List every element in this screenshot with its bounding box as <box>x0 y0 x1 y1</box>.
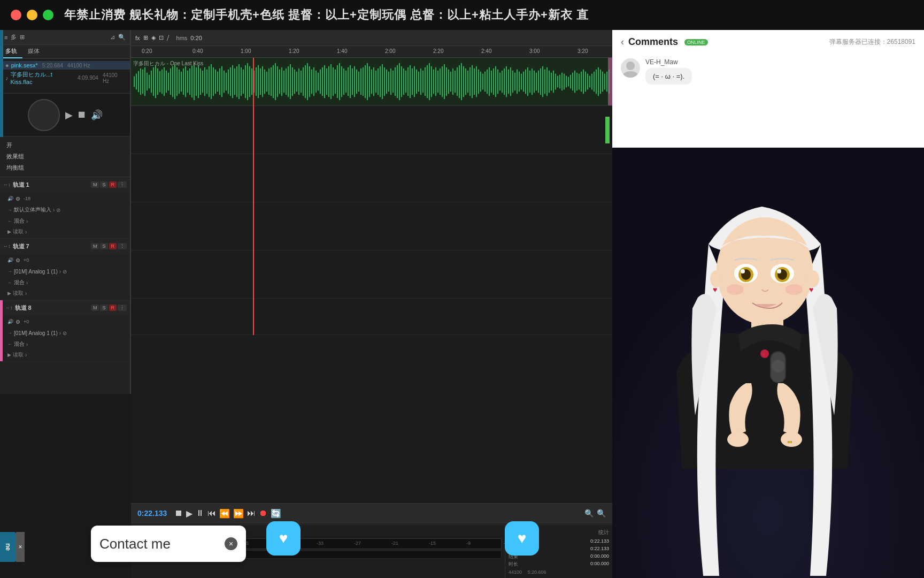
svg-rect-192 <box>542 66 543 97</box>
track-2-timeline[interactable] <box>131 202 612 250</box>
svg-rect-62 <box>264 70 265 94</box>
contact-popup[interactable]: Contact me × <box>91 526 246 562</box>
heart-button-2[interactable]: ♥ <box>505 521 539 556</box>
track-7-timeline[interactable] <box>131 106 612 154</box>
play-btn[interactable]: ▶ <box>186 508 192 519</box>
svg-point-247 <box>772 360 784 372</box>
dur-label: 时长 <box>509 561 518 568</box>
svg-rect-29 <box>194 63 195 100</box>
loop-btn[interactable]: 🔄 <box>271 508 281 519</box>
svg-rect-80 <box>303 67 304 96</box>
track-1-mute[interactable]: M <box>91 181 99 188</box>
track-1-input[interactable]: → 默认立体声输入 › ⊘ <box>7 204 126 216</box>
track-7-read[interactable]: ▶ 读取 › <box>7 288 126 299</box>
svg-rect-180 <box>517 70 518 94</box>
track-8-solo[interactable]: S <box>100 305 107 311</box>
track-7-rec[interactable]: R <box>109 243 117 249</box>
track-1-waveform[interactable]: 字多田ヒカル - One Last Kiss <box>131 58 612 106</box>
filter-icon[interactable]: 🔍 <box>118 34 126 41</box>
preview-loop[interactable]: 🔊 <box>91 109 103 121</box>
nav-eq[interactable]: 均衡组 <box>0 162 130 173</box>
svg-rect-122 <box>392 71 394 93</box>
svg-rect-53 <box>245 65 246 98</box>
track-7-solo[interactable]: S <box>100 243 107 249</box>
clip-btn[interactable]: ◈ <box>151 34 156 41</box>
sort-icon[interactable]: ⊿ <box>110 34 115 41</box>
svg-rect-138 <box>427 65 428 98</box>
split-btn[interactable]: ⧸ <box>167 34 169 41</box>
track-8-mute[interactable]: M <box>91 305 99 311</box>
svg-rect-79 <box>301 71 302 93</box>
sidebar-icon-1[interactable]: ≡ <box>4 34 7 41</box>
track-8-read[interactable]: ▶ 读取 › <box>7 349 126 360</box>
track-8-timeline[interactable] <box>131 154 612 202</box>
file-item-1[interactable]: ● pink.sesx* 5:20.684 44100 Hz <box>0 61 130 70</box>
contact-close-button[interactable]: × <box>225 537 237 550</box>
minimize-button[interactable] <box>27 10 37 20</box>
svg-rect-148 <box>448 70 449 94</box>
track-1-read[interactable]: ▶ 读取 › <box>7 226 126 237</box>
svg-rect-117 <box>382 64 383 99</box>
sidebar-icon-3[interactable]: ⊞ <box>20 34 25 41</box>
svg-rect-59 <box>258 65 259 98</box>
rewind-btn[interactable]: ⏪ <box>219 508 230 519</box>
tab-media[interactable]: 媒体 <box>22 45 45 58</box>
svg-rect-170 <box>495 66 496 97</box>
track-7-input[interactable]: → [01M] Analog 1 (1) › ⊘ <box>7 265 126 277</box>
svg-rect-1 <box>134 77 135 87</box>
track-7-mute[interactable]: M <box>91 243 99 249</box>
track-7-mix[interactable]: ← 混合 › <box>7 277 126 288</box>
svg-rect-74 <box>290 64 291 99</box>
fastfwd-btn[interactable]: ⏩ <box>233 508 244 519</box>
nav-effects[interactable]: 效果组 <box>0 151 130 162</box>
comment-content: VE-H_Maw (= · ω · =). <box>645 58 915 85</box>
track-7-more[interactable]: ⋮ <box>118 243 127 249</box>
svg-rect-27 <box>189 69 190 95</box>
track-4-timeline[interactable] <box>131 299 612 335</box>
nav-open[interactable]: 开 <box>0 140 130 151</box>
svg-rect-141 <box>433 70 434 94</box>
pause-btn[interactable]: ⏸ <box>196 508 204 518</box>
close-partial-panel[interactable]: × <box>16 532 25 562</box>
track-1-more[interactable]: ⋮ <box>118 181 127 188</box>
maximize-button[interactable] <box>43 10 53 20</box>
svg-rect-149 <box>450 72 451 92</box>
track-1-rec[interactable]: R <box>109 181 117 188</box>
heart-button-1[interactable]: ♥ <box>266 521 301 556</box>
vtuber-area: ♥ ♥ ♥ <box>612 148 924 578</box>
stop-btn[interactable]: ⏹ <box>174 508 183 518</box>
tab-multitrack[interactable]: 多轨 <box>0 45 22 58</box>
track-1-solo[interactable]: S <box>100 181 107 188</box>
zoom-out-btn[interactable]: 🔍 <box>597 509 606 518</box>
fx-btn[interactable]: fx <box>135 35 140 41</box>
svg-rect-87 <box>318 73 319 91</box>
preview-play[interactable]: ▶ <box>65 109 73 121</box>
time-code: hms <box>176 35 188 41</box>
record-btn[interactable]: ⏺ <box>259 508 267 518</box>
next-btn[interactable]: ⏭ <box>247 508 256 518</box>
comments-back-button[interactable]: ‹ <box>621 36 624 48</box>
preview-stop[interactable]: ⏹ <box>77 109 87 121</box>
svg-rect-72 <box>286 69 287 95</box>
svg-rect-210 <box>581 72 582 92</box>
close-button[interactable] <box>11 10 21 20</box>
track-8-input[interactable]: → [01M] Analog 1 (1) › ⊘ <box>7 327 126 339</box>
track-8-rec[interactable]: R <box>109 305 117 311</box>
prev-btn[interactable]: ⏮ <box>207 508 216 518</box>
zoom-in-btn[interactable]: 🔍 <box>584 509 594 518</box>
track-8-mix[interactable]: ← 混合 › <box>7 339 126 349</box>
sidebar-icon-2[interactable]: 多 <box>11 33 17 41</box>
file-item-2[interactable]: ♪ 字多田ヒカル...t Kiss.flac 4:09.904 44100 Hz <box>0 70 130 86</box>
svg-rect-203 <box>566 76 567 88</box>
track-8-more[interactable]: ⋮ <box>118 305 127 311</box>
svg-rect-16 <box>166 71 167 93</box>
svg-rect-23 <box>181 72 182 92</box>
svg-rect-136 <box>422 71 424 93</box>
track-1-mix[interactable]: ← 混合 › <box>7 216 126 226</box>
normalize-btn[interactable]: ⊞ <box>143 34 148 41</box>
svg-rect-63 <box>266 72 267 92</box>
svg-rect-83 <box>309 66 310 97</box>
track-3-timeline[interactable] <box>131 250 612 299</box>
loop-mark-btn[interactable]: ⊡ <box>159 34 164 41</box>
comment-username: VE-H_Maw <box>645 58 915 66</box>
